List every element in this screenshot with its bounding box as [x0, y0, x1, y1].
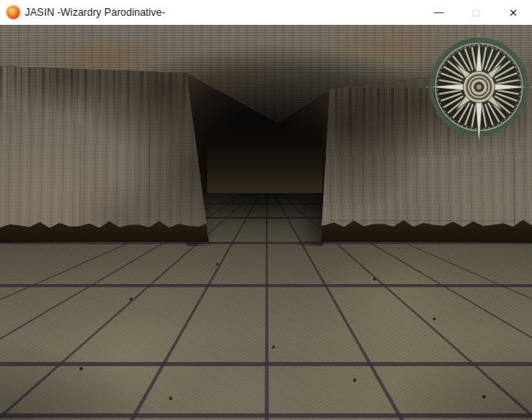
left-wall-stain-streaks	[0, 65, 209, 124]
compass-rose	[425, 35, 532, 147]
left-wall-joint	[149, 99, 150, 242]
window-title: JASIN -Wizardry Parodinative-	[25, 0, 166, 25]
title-bar: JASIN -Wizardry Parodinative- — □ ✕	[0, 0, 532, 25]
corridor-end-wall	[207, 118, 322, 195]
left-wall-joint	[80, 124, 80, 242]
close-button[interactable]: ✕	[495, 0, 532, 25]
right-wall-base-grime	[314, 215, 532, 243]
left-wall-base-grime	[0, 216, 214, 243]
compass-hub	[463, 71, 495, 103]
game-viewport[interactable]	[0, 25, 532, 420]
maximize-button[interactable]: □	[457, 0, 495, 25]
minimize-button[interactable]: —	[420, 0, 457, 25]
window-controls: — □ ✕	[420, 0, 532, 25]
app-window: JASIN -Wizardry Parodinative- — □ ✕	[0, 0, 532, 420]
right-wall-crack	[388, 99, 389, 157]
sun-orb-icon	[7, 6, 20, 19]
right-wall-seam	[330, 220, 532, 221]
